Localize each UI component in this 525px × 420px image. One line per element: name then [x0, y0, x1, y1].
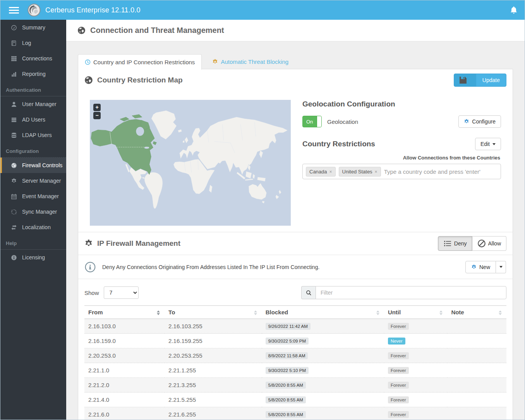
until-badge: Forever [388, 382, 409, 389]
sidebar-item-sync-manager[interactable]: Sync Manager [0, 204, 66, 219]
sidebar-item-licensing[interactable]: Licensing [0, 250, 66, 265]
sidebar-item-reporting[interactable]: Reporting [0, 66, 66, 82]
sidebar-item-event-manager[interactable]: Event Manager [0, 189, 66, 204]
bar-chart-icon [11, 71, 17, 77]
info-circle-icon [85, 262, 96, 273]
sidebar-item-ldap-users[interactable]: LDAP Users [0, 127, 66, 143]
sidebar-item-connections[interactable]: Connections [0, 51, 66, 66]
country-code-input[interactable] [384, 168, 498, 175]
country-restriction-map[interactable]: + − [90, 100, 291, 226]
blocked-date-badge: 9/30/2022 5:10 PM [266, 367, 309, 374]
info-icon [11, 255, 17, 261]
sidebar-item-summary[interactable]: Summary [0, 20, 66, 35]
remove-tag-icon[interactable]: × [329, 169, 332, 175]
section-title: Country Restriction Map [97, 76, 183, 84]
sort-icon [376, 310, 379, 315]
column-header-from[interactable]: From [84, 306, 165, 319]
page-header: Connection and Threat Management [66, 20, 525, 41]
deny-info-text: Deny Any Connections Originating From Ad… [102, 264, 319, 270]
user-icon [11, 101, 17, 107]
swap-arrows-icon [11, 225, 17, 230]
tab-country-ip-restrictions[interactable]: Country and IP Connection Restrictions [78, 54, 202, 70]
map-region-south-america [144, 172, 163, 209]
table-row[interactable]: 2.16.159.0 2.16.159.255 9/30/2022 5:09 P… [84, 334, 506, 348]
remove-tag-icon[interactable]: × [375, 169, 377, 175]
until-badge: Forever [388, 396, 409, 403]
clock-icon [85, 59, 91, 65]
blocked-date-badge: 9/26/2022 11:42 AM [266, 323, 311, 330]
sidebar-item-user-manager[interactable]: User Manager [0, 96, 66, 112]
column-header-blocked[interactable]: Blocked [262, 306, 384, 319]
tab-bar: Country and IP Connection Restrictions A… [78, 54, 513, 69]
blocked-date-badge: 8/9/2022 11:58 AM [266, 352, 308, 359]
filter-input[interactable] [316, 286, 506, 299]
country-restriction-map-header: Country Restriction Map Update [78, 69, 513, 91]
show-entries-select[interactable]: 7 [104, 286, 139, 299]
calendar-icon [11, 194, 17, 199]
country-tag-input[interactable]: Canada× United States× [302, 164, 501, 179]
map-region-australia [249, 183, 267, 200]
deny-allow-toggle-group: Deny Allow [438, 236, 506, 251]
table-row[interactable]: 2.21.4.0 2.21.5.255 5/8/2020 8:55 AM For… [84, 393, 506, 407]
geolocation-label: Geolocation [327, 118, 358, 125]
sidebar-item-log[interactable]: Log [0, 35, 66, 51]
geolocation-config-title: Geolocation Configuration [302, 100, 501, 108]
sync-arrows-icon [11, 209, 17, 215]
section-title: IP Firewall Management [97, 239, 180, 248]
menu-icon[interactable] [9, 5, 19, 15]
globe-icon [84, 76, 93, 84]
sidebar-section-configuration: Configuration [0, 143, 66, 157]
sidebar-item-server-manager[interactable]: Server Manager [0, 173, 66, 189]
firewall-card: Country Restriction Map Update [78, 69, 513, 420]
geolocation-column: Geolocation Configuration On Geolocation… [291, 100, 501, 226]
column-header-note[interactable]: Note [447, 306, 506, 319]
until-badge: Never [388, 338, 405, 345]
gear-icon [464, 119, 469, 124]
geolocation-toggle[interactable]: On [302, 116, 322, 127]
blocked-date-badge: 5/8/2020 8:55 AM [266, 382, 306, 389]
deny-button[interactable]: Deny [438, 236, 472, 251]
notifications-bell-icon[interactable] [510, 6, 518, 14]
new-button[interactable]: New [465, 261, 496, 273]
new-entry-group: New [465, 261, 506, 273]
blocked-date-badge: 9/30/2022 5:09 PM [266, 338, 309, 345]
gear-icon [212, 59, 218, 65]
save-icon [459, 76, 467, 84]
map-zoom-out-button[interactable]: − [93, 112, 101, 119]
country-tag-united-states: United States× [339, 167, 381, 177]
blocked-date-badge: 5/8/2020 8:55 AM [266, 411, 306, 418]
edit-dropdown-button[interactable]: Edit [475, 138, 501, 150]
tab-automatic-threat-blocking[interactable]: Automatic Threat Blocking [206, 54, 295, 69]
caret-down-icon [499, 266, 503, 268]
sort-icon [157, 310, 160, 315]
sidebar-item-localization[interactable]: Localization [0, 219, 66, 235]
ip-list-table-area: Show 7 From [78, 279, 513, 420]
search-icon [301, 286, 316, 299]
sort-icon [499, 310, 502, 315]
ip-firewall-table: From To Blocked Until Note 2.16.103.0 2.… [84, 305, 506, 420]
ban-icon [477, 239, 486, 248]
sidebar-item-firewall-controls[interactable]: Firewall Controls [0, 158, 66, 173]
table-row[interactable]: 2.21.6.0 2.21.6.255 5/8/2020 8:55 AM For… [84, 407, 506, 420]
until-badge: Forever [388, 367, 409, 374]
deny-info-row: Deny Any Connections Originating From Ad… [78, 255, 513, 279]
update-button[interactable]: Update [454, 74, 506, 87]
column-header-to[interactable]: To [165, 306, 262, 319]
column-header-until[interactable]: Until [384, 306, 448, 319]
sidebar-item-ad-users[interactable]: AD Users [0, 112, 66, 127]
stacked-layers-icon [11, 117, 17, 123]
table-row[interactable]: 2.20.253.0 2.20.253.255 8/9/2022 11:58 A… [84, 348, 506, 363]
table-row[interactable]: 2.16.103.0 2.16.103.255 9/26/2022 11:42 … [84, 319, 506, 334]
configure-button[interactable]: Configure [458, 115, 501, 128]
sidebar-section-help: Help [0, 235, 66, 249]
table-row[interactable]: 2.21.1.0 2.21.1.255 9/30/2022 5:10 PM Fo… [84, 363, 506, 378]
world-map[interactable] [90, 100, 291, 226]
sort-icon [439, 310, 443, 315]
show-label: Show [84, 290, 99, 296]
map-zoom-in-button[interactable]: + [93, 104, 101, 111]
table-row[interactable]: 2.21.2.0 2.21.3.255 5/8/2020 8:55 AM For… [84, 378, 506, 393]
globe-icon [11, 163, 17, 168]
allow-button[interactable]: Allow [472, 236, 506, 251]
grid-icon [11, 56, 17, 62]
new-dropdown-button[interactable] [496, 261, 506, 273]
